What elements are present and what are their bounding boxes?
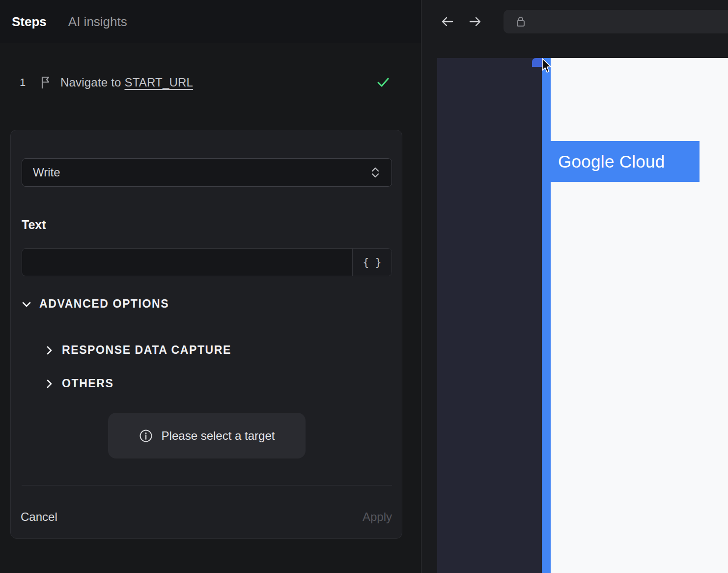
notice-text: Please select a target <box>162 429 275 443</box>
advanced-options-toggle[interactable]: ADVANCED OPTIONS <box>21 297 169 311</box>
text-field-label: Text <box>22 218 46 232</box>
tab-ai-insights[interactable]: AI insights <box>68 14 127 29</box>
step-row[interactable]: 1 Navigate to START_URL <box>0 69 421 96</box>
page-dark-region <box>437 58 542 573</box>
lock-icon <box>515 15 526 28</box>
select-target-notice: Please select a target <box>108 413 306 458</box>
unfold-chevrons-icon <box>370 166 381 179</box>
chevron-right-icon <box>43 378 55 390</box>
action-select-value: Write <box>33 166 370 179</box>
cursor-arrow-icon <box>540 58 555 75</box>
highlighted-element[interactable]: Google Cloud <box>542 141 700 182</box>
text-input-group: { } <box>22 248 392 276</box>
page-light-region <box>551 58 728 573</box>
browser-viewport[interactable]: Google Cloud <box>437 58 728 573</box>
steps-panel: Steps AI insights 1 Navigate to START_UR… <box>0 0 421 573</box>
app-window: Steps AI insights 1 Navigate to START_UR… <box>0 0 728 573</box>
tab-steps[interactable]: Steps <box>12 14 47 29</box>
url-bar[interactable] <box>504 10 728 33</box>
step-editor-card: Write Text { } ADVANCED OPTIONS <box>10 130 402 539</box>
step-number: 1 <box>20 76 26 89</box>
flag-icon <box>40 76 52 89</box>
forward-arrow-icon[interactable] <box>467 14 483 29</box>
check-icon <box>376 75 391 89</box>
panel-tabbar: Steps AI insights <box>0 0 421 43</box>
advanced-options-label: ADVANCED OPTIONS <box>39 297 169 311</box>
response-data-capture-label: RESPONSE DATA CAPTURE <box>62 344 231 357</box>
info-icon <box>139 429 153 443</box>
editor-footer: Cancel Apply <box>11 495 402 539</box>
back-arrow-icon[interactable] <box>440 14 455 29</box>
response-data-capture-toggle[interactable]: RESPONSE DATA CAPTURE <box>43 344 231 357</box>
start-url-link[interactable]: START_URL <box>124 76 193 89</box>
browser-pane: Google Cloud <box>422 0 728 573</box>
others-label: OTHERS <box>62 377 113 390</box>
text-input[interactable] <box>22 249 352 276</box>
action-select[interactable]: Write <box>22 158 392 187</box>
chevron-down-icon <box>21 298 32 310</box>
cancel-button[interactable]: Cancel <box>21 510 57 524</box>
apply-button[interactable]: Apply <box>363 510 392 524</box>
variable-insert-button[interactable]: { } <box>352 249 392 276</box>
chevron-right-icon <box>43 344 55 356</box>
footer-divider <box>22 485 392 486</box>
step-title: Navigate to START_URL <box>60 76 193 89</box>
others-toggle[interactable]: OTHERS <box>43 377 113 390</box>
browser-chrome <box>422 0 728 58</box>
element-highlight-strip <box>542 58 551 573</box>
